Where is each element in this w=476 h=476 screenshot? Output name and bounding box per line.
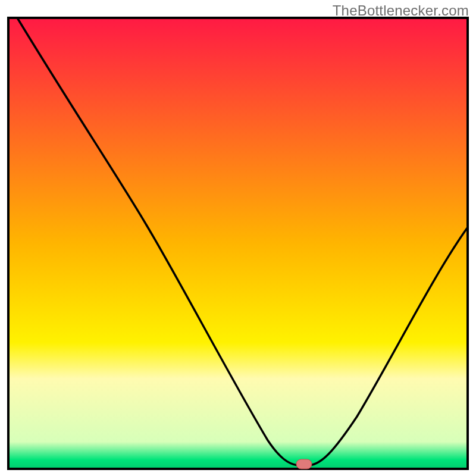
optimum-marker	[296, 459, 312, 469]
attribution-label: TheBottlenecker.com	[333, 2, 469, 19]
plot-area	[8, 18, 468, 469]
gradient-background	[8, 18, 468, 469]
bottleneck-chart: TheBottlenecker.com	[0, 0, 476, 476]
chart-svg	[0, 0, 476, 476]
